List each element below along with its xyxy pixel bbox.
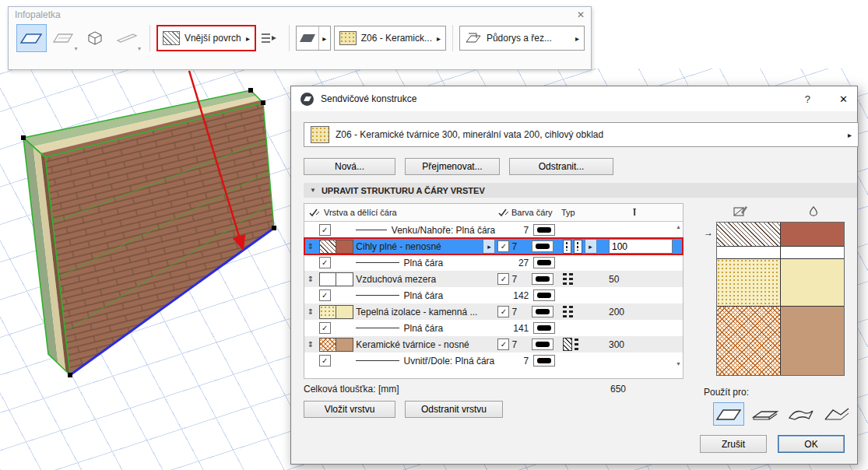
apply-to-slab-button[interactable]	[750, 403, 780, 425]
line-checkbox[interactable]: ✓	[319, 257, 331, 268]
help-icon[interactable]: ?	[805, 93, 810, 105]
pen-color-swatch[interactable]	[533, 257, 555, 268]
line-type-sample	[574, 240, 582, 254]
table-row[interactable]: ✓ Venku/Nahoře: Plná čára 7	[304, 222, 683, 238]
composite-combo[interactable]: Z06 - Keramick... ▸	[334, 26, 446, 51]
curtain-wall-tool-button[interactable]: ▾	[48, 24, 79, 52]
line-checkbox[interactable]: ✓	[497, 240, 509, 252]
ok-button[interactable]: OK	[778, 435, 845, 453]
toolbar-separator	[149, 25, 150, 51]
line-checkbox[interactable]: ✓	[319, 289, 331, 301]
curtain-wall-icon	[52, 31, 74, 45]
line-type-sample	[569, 273, 573, 285]
pen-number: 7	[511, 307, 517, 317]
table-row[interactable]: ⇕ Keramické tvárnice - nosné ✓7 300	[304, 336, 683, 352]
pen-color-swatch[interactable]	[533, 289, 555, 301]
arrow-right-icon: ▸	[437, 34, 441, 43]
pen-number: 141	[513, 323, 529, 334]
surface-swatch-icon	[163, 31, 180, 45]
table-row[interactable]: ✓ Uvnitř/Dole: Plná čára 7	[304, 352, 683, 369]
scroll-up-icon[interactable]: ▲	[676, 224, 681, 230]
infopalette-title: Infopaletka	[15, 9, 61, 20]
infopalette-titlebar[interactable]: Infopaletka ✕	[9, 7, 591, 23]
layer-swatch[interactable]	[319, 240, 353, 254]
preview-surface-air	[781, 247, 844, 259]
pen-number: 7	[511, 241, 517, 252]
pen-color-swatch[interactable]	[532, 306, 553, 317]
apply-to-roof-button[interactable]	[822, 403, 852, 425]
column-tool-button[interactable]	[80, 24, 111, 52]
cut-fill-icon	[733, 205, 747, 217]
line-checkbox[interactable]: ✓	[497, 306, 509, 317]
beam-tool-button[interactable]: ▾	[111, 24, 142, 52]
table-row[interactable]: ⇕ Tepelná izolace - kamenná ... ✓7 200	[304, 303, 683, 320]
thickness-value: 50	[598, 274, 683, 285]
thickness-value: 300	[598, 339, 683, 350]
pen-color-swatch[interactable]	[532, 273, 553, 285]
layer-swatch[interactable]	[319, 272, 353, 286]
transfer-settings-button[interactable]	[256, 24, 281, 52]
line-checkbox[interactable]: ✓	[497, 338, 509, 350]
beam-icon	[116, 31, 138, 45]
line-sample	[356, 262, 399, 263]
collapse-icon: ▼	[310, 187, 316, 194]
line-sample	[356, 295, 399, 296]
drag-handle-icon[interactable]: ⇕	[307, 307, 314, 316]
dialog-titlebar[interactable]: Sendvičové konstrukce ? ✕	[291, 86, 857, 111]
dropdown-down-icon: ▾	[75, 45, 78, 52]
pen-color-swatch[interactable]	[533, 322, 555, 334]
arrow-right-icon: ▸	[848, 131, 852, 139]
check-icon: ✓	[322, 357, 328, 365]
drag-handle-icon[interactable]: ⇕	[307, 275, 314, 283]
layer-fill-dropdown-button[interactable]: ▸	[483, 239, 495, 254]
table-row-selected[interactable]: ⇕ Cihly plné - nenosné ▸ ✓7 ▸	[304, 238, 683, 254]
pen-color-swatch[interactable]	[533, 355, 555, 367]
line-checkbox[interactable]: ✓	[319, 224, 331, 236]
section-header[interactable]: ▼ UPRAVIT STRUKTURU A ČÁRY VRSTEV	[304, 183, 857, 198]
thickness-input[interactable]	[609, 239, 673, 254]
close-icon[interactable]: ✕	[839, 93, 848, 105]
drag-handle-icon[interactable]: ⇕	[307, 340, 314, 349]
cancel-button[interactable]: Zrušit	[700, 435, 767, 453]
section-header-label: UPRAVIT STRUKTURU A ČÁRY VRSTEV	[322, 186, 485, 195]
new-button[interactable]: Nová...	[304, 158, 395, 175]
surface-combo[interactable]: Vnější povrch ▸	[156, 25, 256, 51]
table-row[interactable]: ✓ Plná čára 141	[304, 320, 683, 336]
layers-table: Vrstva a dělící čára Barva čáry Typ Ī ✓ …	[304, 203, 684, 379]
table-row[interactable]: ⇕ Vzduchová mezera ✓7 50	[304, 271, 683, 287]
check-icon: ✓	[501, 308, 507, 316]
composite-select-swatch	[311, 126, 329, 143]
drag-handle-icon[interactable]: ⇕	[307, 242, 314, 251]
line-type-sample	[563, 240, 571, 254]
pen-color-swatch[interactable]	[533, 224, 555, 236]
remove-layer-button[interactable]: Odstranit vrstvu	[405, 401, 503, 418]
preview-cut-air	[717, 247, 780, 259]
table-row[interactable]: ✓ Plná čára 27	[304, 254, 683, 271]
col-type-label: Typ	[561, 208, 600, 217]
surface-icon	[808, 205, 819, 217]
insert-layer-button[interactable]: Vložit vrstvu	[304, 401, 395, 418]
arrow-right-icon[interactable]: ▸	[318, 26, 330, 50]
scroll-down-icon[interactable]: ▼	[676, 361, 681, 367]
display-mode-combo[interactable]: Půdorys a řez... ▸	[459, 26, 585, 51]
pen-number: 7	[524, 356, 529, 367]
apply-to-shell-button[interactable]	[786, 403, 816, 425]
rename-button[interactable]: Přejmenovat...	[405, 158, 500, 175]
line-type-dropdown-button[interactable]: ▸	[585, 239, 597, 254]
line-checkbox[interactable]: ✓	[319, 355, 331, 367]
table-row[interactable]: ✓ Plná čára 142	[304, 287, 683, 303]
composite-select-dropdown[interactable]: Z06 - Keramické tvárnice 300, minerální …	[304, 122, 859, 147]
wall-type-split-button[interactable]: ▸	[296, 26, 331, 51]
apply-to-wall-button[interactable]	[713, 402, 744, 426]
line-checkbox[interactable]: ✓	[319, 322, 331, 334]
pen-color-swatch[interactable]	[532, 240, 553, 252]
layer-swatch[interactable]	[319, 305, 353, 319]
close-icon[interactable]: ✕	[577, 9, 585, 20]
delete-button[interactable]: Odstranit...	[509, 158, 613, 175]
composite-swatch-icon	[339, 31, 357, 45]
line-checkbox[interactable]: ✓	[497, 273, 509, 285]
composite-section-preview[interactable]: →	[716, 222, 845, 376]
wall-tool-button[interactable]	[16, 24, 47, 52]
layer-swatch[interactable]	[319, 338, 353, 352]
pen-color-swatch[interactable]	[532, 338, 553, 350]
